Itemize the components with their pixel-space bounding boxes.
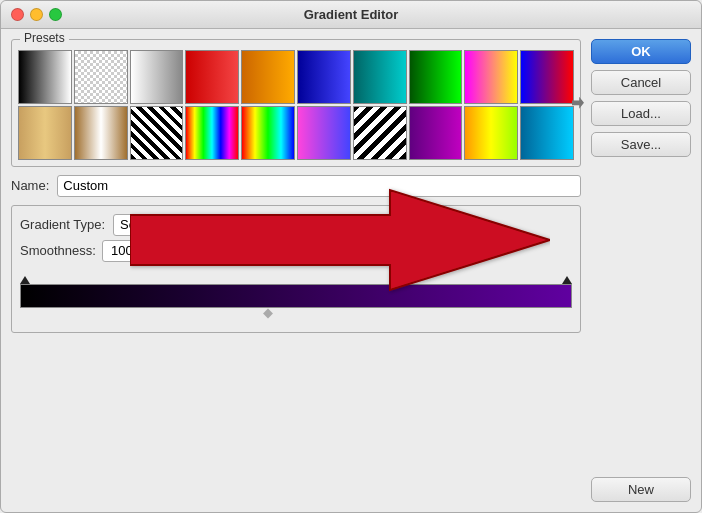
spacer [591,163,691,471]
color-stops-bottom-row [20,268,572,284]
smoothness-unit: % [190,243,202,258]
preset-swatch-15[interactable] [241,106,295,160]
name-label: Name: [11,178,49,193]
midpoint-diamond[interactable] [265,310,272,317]
preset-swatch-5[interactable] [241,50,295,104]
preset-swatch-1[interactable] [18,50,72,104]
smoothness-label: Smoothness: [20,243,96,258]
preset-swatch-11[interactable] [18,106,72,160]
preset-swatch-18[interactable] [409,106,463,160]
preset-swatch-13[interactable] [130,106,184,160]
name-row: Name: [11,175,581,197]
save-button[interactable]: Save... [591,132,691,157]
load-button[interactable]: Load... [591,101,691,126]
gradient-type-row: Gradient Type: Solid Noise ▲ ▼ [20,214,572,236]
preset-swatch-2[interactable] [74,50,128,104]
content-area: Presets [1,29,701,512]
gradient-type-label: Gradient Type: [20,217,105,232]
preset-swatch-12[interactable] [74,106,128,160]
maximize-button[interactable] [49,8,62,21]
presets-grid [18,50,574,160]
preset-swatch-3[interactable] [130,50,184,104]
window-title: Gradient Editor [304,7,399,22]
side-panel: OK Cancel Load... Save... New [591,39,691,502]
preset-swatch-14[interactable] [185,106,239,160]
preset-swatch-10[interactable] [520,50,574,104]
main-panel: Presets [11,39,581,502]
cancel-button[interactable]: Cancel [591,70,691,95]
minimize-button[interactable] [30,8,43,21]
smoothness-input[interactable] [102,240,142,262]
gradient-type-select-wrapper: Solid Noise ▲ ▼ [113,214,175,236]
preset-swatch-7[interactable] [353,50,407,104]
smoothness-select[interactable]: ▼ [148,240,184,262]
gradient-type-group: Gradient Type: Solid Noise ▲ ▼ [11,205,581,333]
preset-swatch-16[interactable] [297,106,351,160]
new-button[interactable]: New [591,477,691,502]
color-stop-right-marker [562,276,572,284]
preset-swatch-20[interactable] [520,106,574,160]
presets-group: Presets [11,39,581,167]
presets-label: Presets [20,31,69,45]
ok-button[interactable]: OK [591,39,691,64]
gradient-type-select[interactable]: Solid Noise [113,214,175,236]
preset-swatch-17[interactable] [353,106,407,160]
preset-swatch-9[interactable] [464,50,518,104]
color-stop-right[interactable] [562,276,572,284]
gradient-bar[interactable] [20,284,572,308]
color-stop-left-marker [20,276,30,284]
preset-swatch-19[interactable] [464,106,518,160]
diamond-icon [263,308,273,318]
name-input[interactable] [57,175,581,197]
gradient-editor-window: Gradient Editor Presets [0,0,702,513]
smoothness-row: Smoothness: ▼ % [20,240,572,262]
gradient-bar-area [20,268,572,324]
window-controls [11,8,62,21]
smoothness-select-wrapper: ▼ [148,240,184,262]
preset-swatch-8[interactable] [409,50,463,104]
preset-swatch-4[interactable] [185,50,239,104]
title-bar: Gradient Editor [1,1,701,29]
preset-swatch-6[interactable] [297,50,351,104]
close-button[interactable] [11,8,24,21]
color-stops-top-row [20,308,572,324]
color-stop-left[interactable] [20,276,30,284]
